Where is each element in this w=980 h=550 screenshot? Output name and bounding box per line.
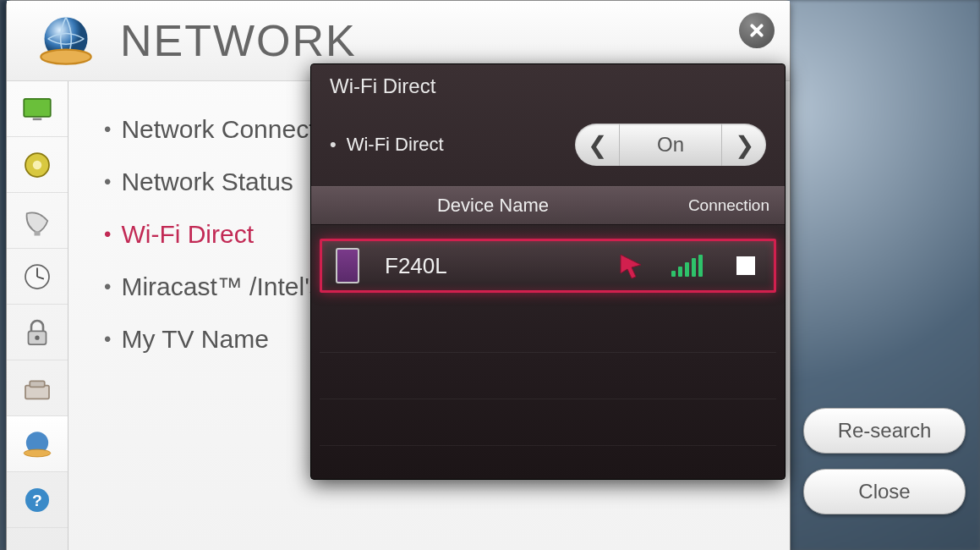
header-device-name: Device Name — [326, 195, 660, 217]
modal-action-buttons: Re-search Close — [803, 408, 966, 514]
sidebar-item-lock[interactable] — [7, 305, 68, 360]
close-button[interactable]: Close — [803, 469, 966, 514]
header-connection: Connection — [660, 196, 769, 215]
svg-text:?: ? — [32, 492, 42, 509]
svg-rect-6 — [35, 231, 41, 235]
device-row[interactable]: F240L — [320, 239, 776, 293]
network-globe-icon — [37, 12, 95, 69]
sidebar-item-sound[interactable] — [7, 137, 68, 193]
signal-strength-icon — [671, 255, 703, 277]
sidebar-item-support[interactable]: ? — [7, 472, 68, 528]
chevron-right-icon[interactable]: ❯ — [722, 124, 766, 166]
menu-label: My TV Name — [121, 325, 268, 354]
empty-device-slot — [320, 306, 776, 353]
bullet-icon: • — [104, 275, 111, 299]
menu-label: Network Status — [121, 168, 293, 196]
svg-point-5 — [33, 160, 42, 169]
toggle-value: On — [619, 124, 722, 166]
device-list-header: Device Name Connection — [311, 186, 785, 225]
chevron-left-icon[interactable]: ❮ — [575, 124, 619, 166]
bullet-icon: • — [104, 118, 111, 141]
empty-device-slot — [320, 399, 776, 446]
close-icon[interactable] — [739, 13, 775, 48]
window-title: NETWORK — [120, 15, 357, 66]
phone-icon — [336, 248, 359, 283]
svg-rect-13 — [30, 381, 45, 387]
svg-rect-3 — [33, 118, 42, 120]
wifi-direct-toggle[interactable]: ❮ On ❯ — [575, 124, 766, 166]
empty-device-slot — [320, 446, 776, 492]
connection-checkbox[interactable] — [736, 256, 755, 275]
svg-point-15 — [24, 449, 51, 457]
toggle-label: Wi-Fi Direct — [330, 134, 444, 156]
sidebar-item-option[interactable] — [7, 360, 68, 416]
bullet-icon: • — [104, 223, 111, 246]
bullet-icon: • — [104, 327, 111, 351]
wifi-direct-modal: Wi-Fi Direct Wi-Fi Direct ❮ On ❯ Device … — [310, 63, 786, 480]
svg-point-1 — [41, 50, 91, 64]
empty-device-slot — [320, 353, 776, 399]
research-button[interactable]: Re-search — [803, 408, 966, 454]
bullet-icon: • — [104, 170, 111, 194]
sidebar-item-picture[interactable] — [7, 81, 68, 137]
settings-sidebar: ? — [7, 81, 68, 550]
device-name-label: F240L — [385, 253, 617, 279]
svg-rect-2 — [24, 98, 51, 116]
menu-label: Wi-Fi Direct — [121, 220, 254, 249]
svg-point-11 — [35, 335, 39, 339]
sidebar-item-network[interactable] — [7, 416, 68, 472]
pointer-cursor-icon — [617, 251, 646, 280]
sidebar-item-channel[interactable] — [7, 193, 68, 249]
wifi-direct-toggle-row: Wi-Fi Direct ❮ On ❯ — [311, 108, 785, 186]
sidebar-item-time[interactable] — [7, 249, 68, 305]
modal-title: Wi-Fi Direct — [311, 64, 785, 108]
